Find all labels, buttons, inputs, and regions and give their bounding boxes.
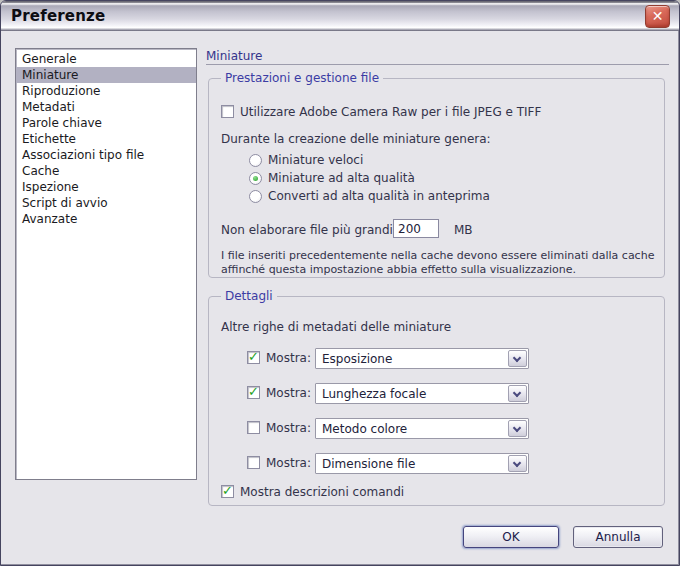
sidebar-item-generale[interactable]: Generale [16,51,196,67]
metadata-dropdown-1[interactable]: Esposizione [315,348,529,369]
dropdown-arrow-button[interactable] [508,385,527,402]
tooltips-checkbox[interactable]: ✓ [221,485,234,498]
metadata-dropdown-2[interactable]: Lunghezza focale [315,383,529,404]
radio-dot-icon [253,176,258,181]
chevron-down-icon [513,424,521,432]
cancel-button[interactable]: Annulla [573,526,663,548]
mostra-label-4: Mostra: [266,456,311,470]
window-title: Preferenze [11,7,105,25]
sidebar-item-associazioni-tipo-file[interactable]: Associazioni tipo file [16,147,196,163]
sidebar-item-miniature[interactable]: Miniature [16,67,196,83]
metadata-dropdown-4[interactable]: Dimensione file [315,453,529,474]
page-title: Miniature [206,49,262,63]
mostra-label-3: Mostra: [266,421,311,435]
radio-miniature-veloci[interactable] [249,154,262,167]
ok-button[interactable]: OK [463,526,559,548]
dropdown-value: Esposizione [322,352,392,366]
dropdown-arrow-button[interactable] [508,455,527,472]
close-button[interactable]: ✕ [645,5,670,28]
dropdown-arrow-button[interactable] [508,350,527,367]
metadata-dropdown-3[interactable]: Metodo colore [315,418,529,439]
mostra-label-2: Mostra: [266,386,311,400]
dialog-body: Generale Miniature Riproduzione Metadati… [1,31,679,566]
dropdown-arrow-button[interactable] [508,420,527,437]
camera-raw-checkbox-label: Utilizzare Adobe Camera Raw per i file J… [240,105,541,119]
sidebar-item-ispezione[interactable]: Ispezione [16,179,196,195]
sidebar-item-riproduzione[interactable]: Riproduzione [16,83,196,99]
generation-label: Durante la creazione delle miniature gen… [221,132,491,146]
sidebar-item-script-di-avvio[interactable]: Script di avvio [16,195,196,211]
radio-converti-anteprima-label: Converti ad alta qualità in anteprima [268,189,490,203]
radio-miniature-veloci-label: Miniature veloci [268,153,363,167]
chevron-down-icon [513,389,521,397]
radio-alta-qualita[interactable] [249,172,262,185]
details-group-title: Dettagli [221,289,277,303]
title-bar[interactable]: Preferenze ✕ [1,1,679,31]
radio-alta-qualita-label: Miniature ad alta qualità [268,171,415,185]
performance-group-title: Prestazioni e gestione file [221,71,383,85]
sidebar-item-avanzate[interactable]: Avanzate [16,211,196,227]
check-icon: ✓ [248,349,259,364]
header-divider [206,64,669,65]
mostra-checkbox-2[interactable]: ✓ [247,386,260,399]
size-limit-input[interactable] [393,219,439,238]
dropdown-value: Dimensione file [322,457,415,471]
size-limit-unit: MB [454,223,473,237]
sidebar-item-metadati[interactable]: Metadati [16,99,196,115]
sidebar-item-cache[interactable]: Cache [16,163,196,179]
details-groupbox: Dettagli Altre righe di metadati delle m… [208,296,665,506]
radio-converti-anteprima[interactable] [249,190,262,203]
preferences-dialog: Preferenze ✕ Generale Miniature Riproduz… [0,0,680,566]
mostra-checkbox-3[interactable]: ✓ [247,421,260,434]
category-listbox[interactable]: Generale Miniature Riproduzione Metadati… [15,48,197,480]
check-icon: ✓ [222,483,233,498]
chevron-down-icon [513,354,521,362]
mostra-checkbox-4[interactable]: ✓ [247,456,260,469]
close-icon: ✕ [652,8,664,24]
details-subtitle: Altre righe di metadati delle miniature [221,320,451,334]
sidebar-item-etichette[interactable]: Etichette [16,131,196,147]
sidebar-item-parole-chiave[interactable]: Parole chiave [16,115,196,131]
dropdown-value: Lunghezza focale [322,387,426,401]
mostra-label-1: Mostra: [266,351,311,365]
check-icon: ✓ [248,384,259,399]
mostra-checkbox-1[interactable]: ✓ [247,351,260,364]
chevron-down-icon [513,459,521,467]
cache-note-line1: I file inseriti precedentemente nella ca… [221,249,654,263]
dropdown-value: Metodo colore [322,422,407,436]
size-limit-label: Non elaborare file più grandi di: [221,223,412,237]
cache-note-line2: affinché questa impostazione abbia effet… [221,263,576,277]
tooltips-checkbox-label: Mostra descrizioni comandi [240,485,404,499]
performance-groupbox: Prestazioni e gestione file ✓ Utilizzare… [208,78,665,278]
camera-raw-checkbox[interactable]: ✓ [221,105,234,118]
